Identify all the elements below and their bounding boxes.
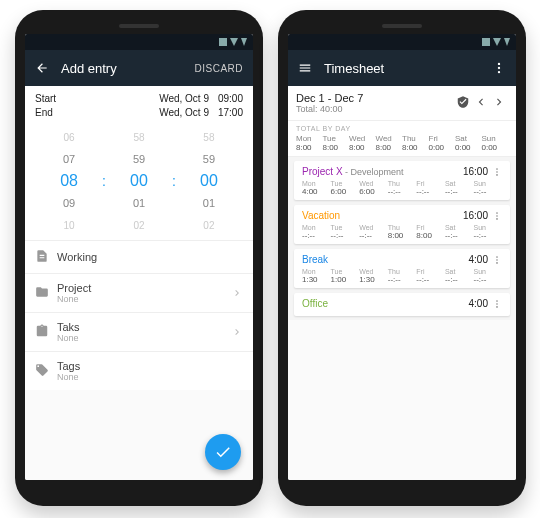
start-label: Start bbox=[35, 92, 139, 106]
prev-icon[interactable] bbox=[472, 95, 490, 111]
svg-point-10 bbox=[496, 171, 498, 173]
svg-marker-5 bbox=[504, 38, 510, 46]
total-hours: Total: 40:00 bbox=[296, 104, 454, 114]
svg-point-13 bbox=[496, 215, 498, 217]
battery-icon bbox=[241, 38, 247, 46]
next-icon[interactable] bbox=[490, 95, 508, 111]
chevron-right-icon bbox=[231, 287, 243, 299]
day-totals: Mon8:00Tue8:00Wed8:00Wed8:00Thu8:00Fri0:… bbox=[288, 134, 516, 157]
folder-icon bbox=[35, 285, 57, 301]
svg-point-11 bbox=[496, 174, 498, 176]
project-card[interactable]: Project X - Development16:00Mon4:00Tue6:… bbox=[294, 161, 510, 200]
app-title: Timesheet bbox=[324, 61, 492, 76]
more-icon[interactable] bbox=[492, 61, 506, 75]
day-value: 8:00 bbox=[349, 143, 376, 152]
confirm-fab[interactable] bbox=[205, 434, 241, 470]
back-icon[interactable] bbox=[35, 61, 49, 75]
app-bar: Add entry DISCARD bbox=[25, 50, 253, 86]
svg-point-8 bbox=[498, 71, 500, 73]
tag-icon bbox=[35, 363, 57, 379]
task-row[interactable]: TaksNone bbox=[25, 312, 253, 351]
project-total: 4:00 bbox=[469, 254, 488, 265]
start-end-rows: Start Wed, Oct 9 09:00 End Wed, Oct 9 17… bbox=[25, 86, 253, 126]
day-label: Thu bbox=[402, 134, 429, 143]
svg-point-14 bbox=[496, 218, 498, 220]
battery-icon bbox=[504, 38, 510, 46]
day-value: 0:00 bbox=[482, 143, 509, 152]
day-value: 0:00 bbox=[455, 143, 482, 152]
day-value: 8:00 bbox=[296, 143, 323, 152]
check-icon bbox=[214, 443, 232, 461]
signal-icon bbox=[482, 38, 490, 46]
day-label: Sat bbox=[455, 134, 482, 143]
tags-row[interactable]: TagsNone bbox=[25, 351, 253, 390]
project-card[interactable]: Break4:00Mon1:30Tue1:00Wed1:30Thu--:--Fr… bbox=[294, 249, 510, 288]
verified-icon[interactable] bbox=[454, 95, 472, 111]
status-bar bbox=[288, 34, 516, 50]
discard-button[interactable]: DISCARD bbox=[194, 63, 243, 74]
project-name: Vacation bbox=[302, 210, 463, 221]
svg-point-12 bbox=[496, 212, 498, 214]
day-label: Wed bbox=[376, 134, 403, 143]
project-name: Office bbox=[302, 298, 469, 309]
day-value: 8:00 bbox=[323, 143, 350, 152]
day-label: Tue bbox=[323, 134, 350, 143]
more-icon[interactable] bbox=[492, 211, 502, 221]
app-bar: Timesheet bbox=[288, 50, 516, 86]
end-label: End bbox=[35, 106, 139, 120]
start-time[interactable]: 09:00 bbox=[209, 92, 243, 106]
day-value: 8:00 bbox=[376, 143, 403, 152]
more-icon[interactable] bbox=[492, 299, 502, 309]
date-range[interactable]: Dec 1 - Dec 7 bbox=[296, 92, 454, 104]
project-name: Project X - Development bbox=[302, 166, 463, 177]
svg-point-6 bbox=[498, 63, 500, 65]
project-total: 16:00 bbox=[463, 210, 488, 221]
chevron-right-icon bbox=[231, 326, 243, 338]
start-date[interactable]: Wed, Oct 9 bbox=[139, 92, 209, 106]
day-value: 8:00 bbox=[402, 143, 429, 152]
project-card[interactable]: Office4:00 bbox=[294, 293, 510, 316]
phone-timesheet: Timesheet Dec 1 - Dec 7 Total: 40:00 TOT… bbox=[278, 10, 526, 506]
end-date[interactable]: Wed, Oct 9 bbox=[139, 106, 209, 120]
svg-point-7 bbox=[498, 67, 500, 69]
svg-point-20 bbox=[496, 306, 498, 308]
time-picker[interactable]: 06:58:58 07:59:59 08:00:00 09:01:01 10:0… bbox=[25, 126, 253, 241]
end-time[interactable]: 17:00 bbox=[209, 106, 243, 120]
svg-point-9 bbox=[496, 168, 498, 170]
working-row[interactable]: Working bbox=[25, 241, 253, 273]
phone-add-entry: Add entry DISCARD Start Wed, Oct 9 09:00… bbox=[15, 10, 263, 506]
svg-point-17 bbox=[496, 262, 498, 264]
day-label: Fri bbox=[429, 134, 456, 143]
project-total: 16:00 bbox=[463, 166, 488, 177]
app-title: Add entry bbox=[61, 61, 194, 76]
day-value: 0:00 bbox=[429, 143, 456, 152]
day-label: Wed bbox=[349, 134, 376, 143]
project-row[interactable]: ProjectNone bbox=[25, 273, 253, 312]
wifi-icon bbox=[230, 38, 238, 46]
wifi-icon bbox=[493, 38, 501, 46]
svg-marker-4 bbox=[493, 38, 501, 46]
status-bar bbox=[25, 34, 253, 50]
section-total-by-day: TOTAL BY DAY bbox=[288, 121, 516, 134]
more-icon[interactable] bbox=[492, 255, 502, 265]
signal-icon bbox=[219, 38, 227, 46]
project-total: 4:00 bbox=[469, 298, 488, 309]
range-header: Dec 1 - Dec 7 Total: 40:00 bbox=[288, 86, 516, 121]
project-card[interactable]: Vacation16:00Mon--:--Tue--:--Wed--:--Thu… bbox=[294, 205, 510, 244]
svg-point-19 bbox=[496, 303, 498, 305]
svg-point-15 bbox=[496, 256, 498, 258]
svg-marker-1 bbox=[230, 38, 238, 46]
day-label: Mon bbox=[296, 134, 323, 143]
svg-rect-3 bbox=[482, 38, 490, 46]
document-icon bbox=[35, 249, 57, 265]
project-name: Break bbox=[302, 254, 469, 265]
svg-point-18 bbox=[496, 300, 498, 302]
svg-rect-0 bbox=[219, 38, 227, 46]
day-label: Sun bbox=[482, 134, 509, 143]
svg-point-16 bbox=[496, 259, 498, 261]
menu-icon[interactable] bbox=[298, 61, 312, 75]
svg-marker-2 bbox=[241, 38, 247, 46]
more-icon[interactable] bbox=[492, 167, 502, 177]
clipboard-icon bbox=[35, 324, 57, 340]
